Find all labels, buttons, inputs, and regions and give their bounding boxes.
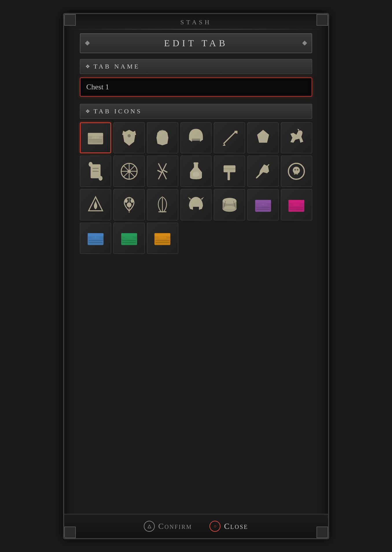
circle-icon: ○: [209, 521, 220, 532]
svg-point-41: [130, 199, 134, 203]
hammer-icon[interactable]: [214, 156, 245, 187]
armor-body-icon[interactable]: [147, 122, 178, 154]
chest-icon[interactable]: [80, 122, 111, 154]
title-diamond-right: [302, 41, 307, 46]
svg-rect-35: [297, 172, 298, 175]
corner-decoration-br: [316, 527, 328, 538]
chest-blue-icon[interactable]: [80, 223, 111, 254]
svg-rect-34: [294, 172, 296, 175]
svg-point-53: [262, 203, 264, 205]
tab-icons-header: ❖ Tab Icons: [80, 104, 312, 119]
potion-icon[interactable]: [181, 156, 212, 187]
corner-decoration-bl: [64, 527, 76, 538]
tab-name-section: ❖ Tab Name: [80, 59, 312, 97]
svg-rect-51: [255, 200, 271, 203]
chest-gold-icon[interactable]: [147, 223, 178, 254]
tab-name-input[interactable]: [80, 77, 312, 97]
chest-purple-icon[interactable]: [247, 189, 279, 220]
content-area: ❖ Tab Name ❖ Tab Icons: [80, 59, 312, 514]
section-icon-tabicons: ❖: [85, 108, 90, 115]
svg-line-8: [224, 132, 235, 144]
title-bar: Edit Tab: [80, 33, 312, 53]
tab-name-label: Tab Name: [93, 63, 140, 70]
triangle-icon: △: [144, 521, 155, 532]
confirm-button[interactable]: △ Confirm: [144, 521, 192, 532]
section-icon-tabname: ❖: [85, 63, 90, 70]
paw-bow-icon[interactable]: [113, 189, 145, 220]
svg-rect-63: [88, 233, 104, 237]
spiked-axe-icon[interactable]: [247, 156, 279, 187]
spacer: [80, 260, 312, 514]
chest-pink-icon[interactable]: [281, 189, 312, 220]
svg-point-65: [95, 237, 97, 239]
skull-ring-icon[interactable]: [281, 156, 312, 187]
svg-rect-75: [154, 233, 170, 237]
action-bar: △ Confirm ○ Close: [64, 514, 328, 538]
wheel-icon[interactable]: [113, 156, 145, 187]
helm-icon[interactable]: [181, 122, 212, 154]
svg-point-40: [124, 199, 128, 203]
svg-rect-57: [288, 200, 304, 203]
dialog-frame: Stash Edit Tab ❖ Tab Name ❖ Tab Icons: [63, 13, 329, 539]
chest-green-icon[interactable]: [113, 223, 145, 254]
svg-point-36: [295, 169, 296, 171]
stash-header: Stash: [64, 14, 328, 27]
svg-rect-69: [121, 233, 137, 237]
close-button[interactable]: ○ Close: [209, 521, 248, 532]
horse-icon[interactable]: [281, 122, 312, 154]
confirm-label: Confirm: [158, 522, 192, 531]
stash-label: Stash: [181, 19, 212, 26]
icons-grid: [80, 122, 312, 254]
svg-point-77: [161, 237, 163, 239]
divider-line: [64, 29, 328, 29]
svg-point-6: [127, 134, 130, 137]
dual-sword-icon[interactable]: [147, 156, 178, 187]
svg-point-3: [95, 136, 97, 139]
gem-icon[interactable]: [247, 122, 279, 154]
crescent-sword-icon[interactable]: [147, 189, 178, 220]
dialog-title: Edit Tab: [164, 38, 228, 49]
svg-point-27: [192, 172, 200, 177]
close-label: Close: [224, 522, 248, 531]
svg-point-37: [297, 169, 299, 171]
tab-name-header: ❖ Tab Name: [80, 59, 312, 74]
svg-point-71: [128, 237, 130, 239]
svg-point-47: [222, 206, 236, 212]
tab-icons-section: ❖ Tab Icons: [80, 104, 312, 254]
svg-point-12: [89, 162, 93, 167]
svg-rect-1: [88, 133, 103, 136]
svg-line-25: [163, 170, 168, 172]
sword-axe-icon[interactable]: [214, 122, 245, 154]
scroll-icon[interactable]: [80, 156, 111, 187]
armor-full-icon[interactable]: [113, 122, 145, 154]
drum-icon[interactable]: [214, 189, 245, 220]
svg-line-24: [158, 170, 162, 172]
fire-triangle-icon[interactable]: [80, 189, 111, 220]
tab-icons-label: Tab Icons: [93, 108, 142, 115]
svg-rect-28: [227, 171, 230, 180]
svg-point-13: [98, 176, 102, 181]
svg-point-42: [127, 202, 132, 207]
svg-rect-26: [194, 162, 198, 164]
demon-helm-icon[interactable]: [181, 189, 212, 220]
svg-point-59: [295, 203, 297, 205]
title-diamond-left: [85, 41, 90, 46]
